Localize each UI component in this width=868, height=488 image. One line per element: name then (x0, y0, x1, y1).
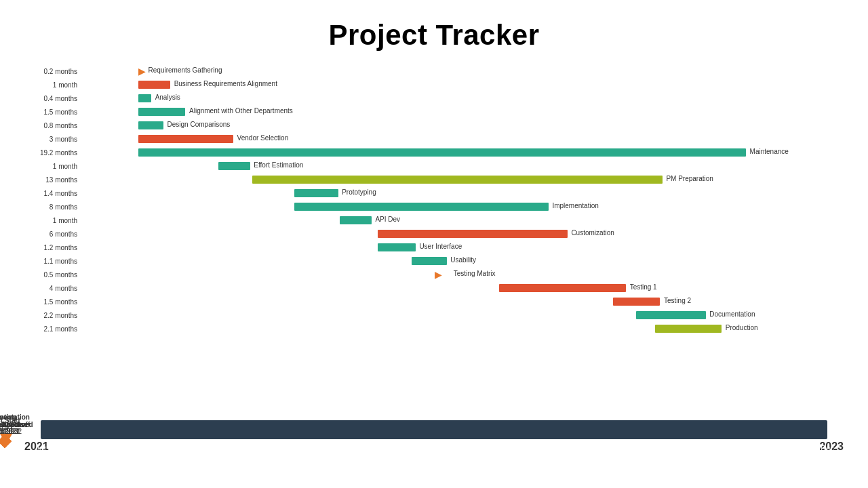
task-duration: 1.5 months (27, 298, 81, 306)
task-duration: 1.1 months (27, 258, 81, 265)
task-label: Requirements Gathering (149, 66, 222, 74)
bar-container: Testing 1 (81, 282, 841, 294)
task-bar (138, 148, 746, 157)
task-row: 1.4 monthsPrototyping (27, 187, 841, 199)
task-duration: 1 month (27, 81, 81, 89)
task-bar (138, 108, 185, 116)
task-bar (294, 203, 549, 211)
task-bar (412, 257, 447, 265)
task-duration: 0.8 months (27, 122, 81, 129)
task-row: 8 monthsImplementation (27, 201, 841, 213)
task-duration: 0.2 months (27, 68, 81, 75)
task-bar (138, 81, 170, 89)
bar-container: Production (81, 323, 841, 335)
task-duration: 13 months (27, 176, 81, 184)
task-row: 0.2 months▶Requirements Gathering (27, 65, 841, 77)
task-row: 2.1 monthsProduction (27, 323, 841, 335)
task-duration: 1.2 months (27, 244, 81, 251)
task-label: Maintenance (750, 148, 789, 155)
task-bar (636, 311, 706, 319)
bar-container: Implementation (81, 201, 841, 213)
bar-container: Vendor Selection (81, 133, 841, 145)
timeline-month-label: Apr (507, 444, 518, 452)
task-row: 1 monthBusiness Requirements Alignment (27, 79, 841, 91)
task-row: 1.5 monthsAlignment with Other Departmen… (27, 106, 841, 118)
task-row: 3 monthsVendor Selection (27, 133, 841, 145)
task-bar (252, 176, 663, 184)
bar-container: PM Preparation (81, 174, 841, 186)
task-bar (378, 230, 568, 238)
timeline-month-label: Apr (35, 444, 46, 452)
task-label: Usability (450, 256, 476, 264)
timeline-month-label: Feb (428, 444, 441, 452)
task-label: PM Preparation (666, 175, 713, 182)
task-bar (499, 284, 626, 292)
page-title: Project Tracker (0, 0, 868, 58)
timeline-month-label: Dec (349, 444, 362, 452)
timeline-month-label: Aug (663, 444, 677, 452)
bar-container: ▶Requirements Gathering (81, 65, 841, 77)
milestone-date: 1/1/2023 (0, 428, 18, 435)
task-label: Implementation (552, 202, 598, 209)
task-duration: 19.2 months (27, 149, 81, 157)
task-duration: 0.4 months (27, 95, 81, 102)
timeline-month-label: Oct (271, 444, 282, 452)
bar-container: Usability (81, 255, 841, 267)
task-duration: 1 month (27, 163, 81, 170)
bar-container: Alignment with Other Departments (81, 106, 841, 118)
timeline-month-label: Jun (113, 444, 125, 452)
task-bar (138, 135, 233, 143)
task-bar (613, 298, 660, 306)
bar-container: Effort Estimation (81, 160, 841, 172)
bar-container: Customization (81, 228, 841, 240)
task-row: 6 monthsCustomization (27, 228, 841, 240)
task-label: Business Requirements Alignment (174, 80, 277, 87)
task-bar (218, 162, 250, 170)
task-row: 4 monthsTesting 1 (27, 282, 841, 294)
task-duration: 2.2 months (27, 312, 81, 319)
bar-container: Maintenance (81, 146, 841, 159)
task-row: 1.2 monthsUser Interface (27, 241, 841, 253)
task-label: Documentation (709, 310, 755, 318)
task-label: Production (726, 324, 758, 331)
milestone-marker: Phase 1 Close1/1/2023 (0, 436, 9, 446)
bar-container: Business Requirements Alignment (81, 79, 841, 91)
timeline-month-label: Jun (585, 444, 597, 452)
task-duration: 3 months (27, 136, 81, 143)
timeline-month-label: Oct (743, 444, 754, 452)
timeline: 20212023AprJunAugOctDecFebAprJunAugOctDe… (0, 400, 868, 488)
task-row: 1 monthEffort Estimation (27, 160, 841, 172)
task-duration: 8 months (27, 203, 81, 211)
task-row: 13 monthsPM Preparation (27, 174, 841, 186)
timeline-month-label: Aug (191, 444, 205, 452)
task-bar (655, 325, 722, 333)
task-row: 0.8 monthsDesign Comparisons (27, 119, 841, 131)
task-duration: 0.5 months (27, 271, 81, 279)
task-row: 0.4 monthsAnalysis (27, 92, 841, 104)
task-duration: 1.4 months (27, 190, 81, 197)
task-label: User Interface (419, 243, 462, 250)
task-bar (378, 243, 416, 251)
task-label: API Dev (375, 216, 400, 223)
task-label: Effort Estimation (254, 161, 303, 169)
bar-container: API Dev (81, 214, 841, 226)
task-label: Alignment with Other Departments (189, 107, 293, 115)
task-row: 1 monthAPI Dev (27, 214, 841, 226)
task-label: Testing 2 (664, 297, 691, 304)
gantt-chart: 0.2 months▶Requirements Gathering1 month… (0, 65, 868, 384)
task-duration: 1 month (27, 217, 81, 224)
timeline-bar (41, 420, 827, 439)
bar-container: Design Comparisons (81, 119, 841, 131)
task-row: 2.2 monthsDocumentation (27, 309, 841, 321)
task-arrow: ▶ (435, 270, 442, 279)
task-label: Design Comparisons (167, 121, 231, 128)
task-row: 19.2 monthsMaintenance (27, 146, 841, 159)
task-row: 0.5 months▶Testing Matrix (27, 268, 841, 281)
task-row: 1.1 monthsUsability (27, 255, 841, 267)
bar-container: Testing 2 (81, 296, 841, 308)
bar-container: ▶Testing Matrix (81, 268, 841, 281)
task-label: Vendor Selection (237, 134, 289, 142)
task-row: 1.5 monthsTesting 2 (27, 296, 841, 308)
task-duration: 4 months (27, 285, 81, 292)
task-duration: 1.5 months (27, 108, 81, 116)
